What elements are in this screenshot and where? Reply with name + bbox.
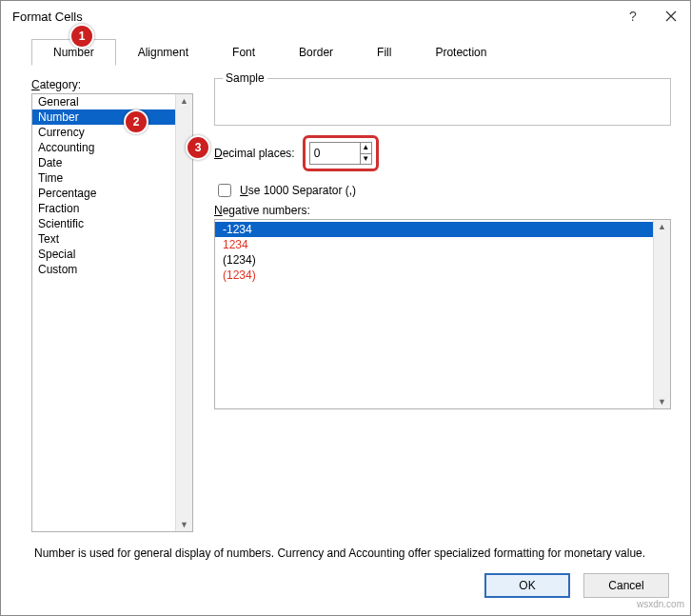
category-number[interactable]: Number <box>32 109 175 125</box>
sample-label: Sample <box>223 71 267 85</box>
tab-protection[interactable]: Protection <box>413 39 508 66</box>
neg-opt-3[interactable]: (1234) <box>215 252 653 268</box>
options-panel: Sample Decimal places: ▲ ▼ 3 U <box>214 78 671 532</box>
category-list-inner: General Number Currency Accounting Date … <box>32 94 175 531</box>
decimal-label: Decimal places: <box>214 147 295 160</box>
category-scientific[interactable]: Scientific <box>32 216 175 231</box>
annotation-3: 3 <box>186 135 210 160</box>
tab-strip: Number Alignment Font Border Fill Protec… <box>31 39 671 66</box>
dialog-title: Format Cells <box>12 10 614 24</box>
sample-box: Sample <box>214 78 671 126</box>
category-time[interactable]: Time <box>32 170 175 186</box>
scrollbar[interactable]: ▲▼ <box>175 94 192 531</box>
neg-opt-1[interactable]: -1234 <box>215 222 653 237</box>
cancel-button[interactable]: Cancel <box>583 573 669 598</box>
neg-opt-2[interactable]: 1234 <box>215 237 653 252</box>
spin-down-icon[interactable]: ▼ <box>361 154 371 165</box>
tab-border[interactable]: Border <box>277 39 355 66</box>
category-custom[interactable]: Custom <box>32 262 175 277</box>
button-row: OK Cancel <box>1 562 690 615</box>
scroll-up-icon[interactable]: ▲ <box>180 94 188 108</box>
category-accounting[interactable]: Accounting <box>32 140 175 155</box>
category-listbox[interactable]: General Number Currency Accounting Date … <box>31 93 193 532</box>
scroll-up-icon[interactable]: ▲ <box>658 220 666 233</box>
spinner-buttons: ▲ ▼ <box>360 143 371 164</box>
scroll-down-icon[interactable]: ▼ <box>658 395 666 408</box>
negative-label: Negative numbers: <box>214 204 671 217</box>
spin-up-icon[interactable]: ▲ <box>361 143 371 154</box>
category-panel: Category: General Number Currency Accoun… <box>31 78 193 532</box>
separator-checkbox[interactable] <box>218 184 231 197</box>
category-label: Category: <box>31 78 193 91</box>
ok-button[interactable]: OK <box>484 573 570 598</box>
category-general[interactable]: General <box>32 94 175 109</box>
category-text[interactable]: Text <box>32 231 175 247</box>
category-percentage[interactable]: Percentage <box>32 186 175 201</box>
scroll-down-icon[interactable]: ▼ <box>180 518 188 531</box>
titlebar: Format Cells ? <box>1 1 690 31</box>
help-button[interactable]: ? <box>614 1 652 31</box>
negative-inner: -1234 1234 (1234) (1234) <box>215 220 653 408</box>
decimal-input[interactable] <box>310 143 360 164</box>
description-text: Number is used for general display of nu… <box>1 532 690 562</box>
category-special[interactable]: Special <box>32 247 175 262</box>
tab-font[interactable]: Font <box>210 39 277 66</box>
category-fraction[interactable]: Fraction <box>32 201 175 216</box>
decimal-row: Decimal places: ▲ ▼ 3 <box>214 135 671 171</box>
separator-row: Use 1000 Separator (,) <box>214 181 671 200</box>
watermark: wsxdn.com <box>637 599 684 609</box>
neg-scrollbar[interactable]: ▲▼ <box>653 220 670 408</box>
annotation-1: 1 <box>69 24 94 49</box>
separator-label: Use 1000 Separator (,) <box>240 184 356 197</box>
dialog-body: Category: General Number Currency Accoun… <box>1 67 690 532</box>
close-icon <box>665 10 677 22</box>
format-cells-dialog: Format Cells ? Number Alignment Font Bor… <box>0 0 691 616</box>
category-date[interactable]: Date <box>32 155 175 170</box>
tab-alignment[interactable]: Alignment <box>116 39 210 66</box>
annotation-2: 2 <box>124 109 148 134</box>
negative-listbox[interactable]: -1234 1234 (1234) (1234) ▲▼ <box>214 219 671 409</box>
decimal-spinner[interactable]: ▲ ▼ <box>309 142 372 165</box>
tab-fill[interactable]: Fill <box>355 39 413 66</box>
close-button[interactable] <box>652 1 690 31</box>
decimal-highlight: ▲ ▼ <box>303 135 379 171</box>
neg-opt-4[interactable]: (1234) <box>215 268 653 283</box>
category-currency[interactable]: Currency <box>32 125 175 140</box>
